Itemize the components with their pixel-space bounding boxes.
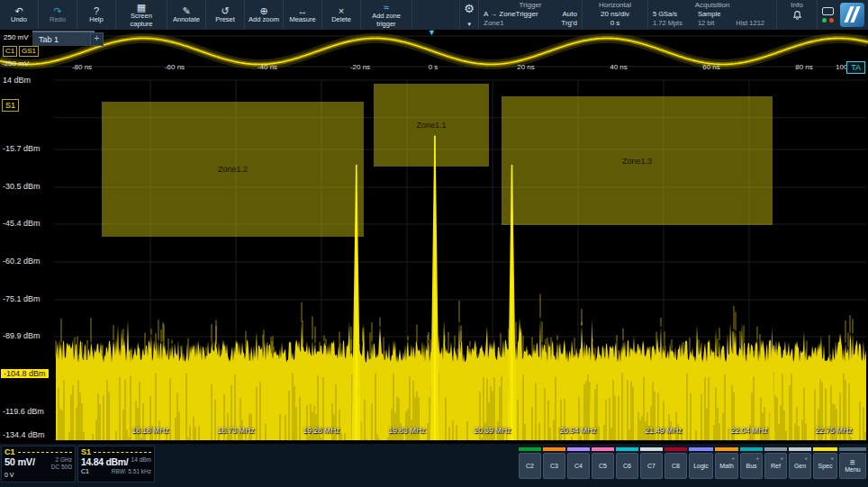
record-length: 1.72 Mpts	[653, 19, 690, 28]
channel-button-logic[interactable]: Logic	[689, 447, 713, 479]
channel-button-c3[interactable]: C3	[543, 447, 565, 479]
channel-color-strip	[839, 447, 866, 451]
c1-scale: 50 mV/	[5, 456, 35, 467]
channel-color-strip	[813, 447, 837, 451]
channel-color-strip	[689, 447, 713, 451]
channel-color-strip	[764, 447, 787, 451]
channel-button-label: C7	[647, 463, 656, 470]
overview-waveform[interactable]: 250 mV -250 mV C1 GS1 ▼ TA -80 ns-60 ns-…	[0, 30, 868, 75]
toolbar-button-label: Delete	[331, 16, 351, 23]
level-axis-label: 14 dBm	[3, 76, 31, 85]
rs-logo	[840, 3, 864, 27]
channel-color-strip	[567, 447, 590, 451]
frequency-axis-label: 18.18 MHz	[123, 426, 177, 435]
frequency-axis-label: 18.73 MHz	[209, 426, 263, 435]
toolbar-button-label: Undo	[11, 16, 27, 23]
trigger-panel[interactable]: Trigger A → ZoneTrigger Auto Zone1 Trg'd	[478, 0, 582, 30]
channel-button-label: Spec	[818, 463, 833, 470]
add-plus-icon: +	[755, 455, 759, 462]
toolbar-button-add-zone-trigger[interactable]: ≈Add zone trigger	[361, 0, 412, 30]
toolbar-button-delete[interactable]: ×Delete	[322, 0, 361, 30]
channel-button-label: Ref	[771, 463, 781, 470]
toolbar-button-add-zoom[interactable]: ⊕Add zoom	[245, 0, 284, 30]
toolbar-button-label: Preset	[215, 16, 235, 23]
toolbar-button-screen-capture[interactable]: ▦Screen capture	[116, 0, 167, 30]
device-status-cluster	[817, 0, 838, 30]
channel-color-strip	[740, 447, 763, 451]
trigger-source: A → ZoneTrigger	[484, 10, 538, 19]
c1-trace-style	[18, 452, 72, 453]
level-axis-label: -30.5 dBm	[3, 182, 41, 191]
channel-button-bus[interactable]: Bus+	[740, 447, 763, 479]
toolbar-button-undo[interactable]: ↶Undo	[0, 0, 39, 30]
level-axis-label: -75.1 dBm	[3, 294, 41, 303]
time-axis-label: -20 ns	[340, 63, 380, 71]
toolbar-button-measure[interactable]: ↔Measure	[284, 0, 322, 30]
time-axis-label: 80 ns	[784, 63, 824, 71]
spectrum-box-s1[interactable]: S1 14.84 dBm/ 14 dBm C1 RBW: 5.51 kHz	[77, 446, 155, 482]
c1-offset: 0 V	[5, 472, 14, 478]
horizontal-panel[interactable]: Horizontal 20 ns/div 0 s	[582, 0, 647, 30]
channel-badge-c1[interactable]: C1	[3, 46, 17, 57]
channel-button-c6[interactable]: C6	[616, 447, 638, 479]
time-axis-label: 40 ns	[599, 63, 638, 71]
channel-color-strip	[665, 447, 687, 451]
chevron-down-icon[interactable]: ▾	[467, 21, 471, 28]
channel-button-menu[interactable]: ≡Menu	[839, 447, 866, 479]
channel-button-label: Gen	[794, 463, 806, 470]
frequency-axis-label: 20.39 MHz	[466, 426, 520, 435]
channel-button-math[interactable]: Math+	[715, 447, 738, 479]
channel-color-strip	[715, 447, 738, 451]
level-axis-label: -60.2 dBm	[3, 257, 41, 266]
add-tab-button[interactable]: +	[90, 32, 104, 46]
sample-rate: 5 GSa/s	[653, 10, 690, 19]
overview-scale-top: 250 mV	[4, 33, 29, 41]
c1-bandwidth: 2 GHz	[56, 456, 72, 463]
acquisition-panel[interactable]: Acquisition 5 GSa/s Sample 1.72 Mpts 12 …	[647, 0, 776, 30]
channel-button-label: C8	[672, 463, 680, 470]
channel-button-c4[interactable]: C4	[567, 447, 590, 479]
trigger-state: Trg'd	[561, 19, 577, 28]
bell-icon[interactable]	[791, 10, 803, 22]
toolbar-button-preset[interactable]: ↺Preset	[206, 0, 245, 30]
trigger-zone: Zone1	[484, 19, 504, 28]
toolbar-button-label: Help	[89, 16, 103, 23]
toolbar-button-group: ↶Undo↷Redo?Help▦Screen capture✎Annotate↺…	[0, 0, 412, 30]
tab-tab1[interactable]: Tab 1	[32, 31, 95, 46]
trigger-ta-badge[interactable]: TA	[846, 61, 865, 74]
zone-label-zone1-2[interactable]: Zone1.2	[218, 165, 248, 174]
menu-icon: ≡	[850, 458, 855, 466]
badge-gs1[interactable]: GS1	[19, 46, 39, 57]
toolbar-button-redo[interactable]: ↷Redo	[39, 0, 77, 30]
info-panel[interactable]: Info	[776, 0, 817, 30]
channel-button-c5[interactable]: C5	[592, 447, 614, 479]
toolbar-button-help[interactable]: ?Help	[77, 0, 116, 30]
oscilloscope-screen: ↶Undo↷Redo?Help▦Screen capture✎Annotate↺…	[0, 0, 868, 487]
toolbar-button-annotate[interactable]: ✎Annotate	[167, 0, 206, 30]
channel-button-c8[interactable]: C8	[665, 447, 687, 479]
overview-scale-bottom: -250 mV	[2, 59, 29, 68]
channel-button-c7[interactable]: C7	[640, 447, 663, 479]
zone-label-zone1-3[interactable]: Zone1.3	[622, 157, 652, 166]
channel-button-row: C2C3C4C5C6C7C8LogicMath+Bus+Ref+Gen+Spec…	[519, 447, 866, 479]
device-status-icon	[822, 7, 834, 15]
s1-top-level: 14 dBm	[131, 456, 151, 463]
acquisition-mode: Sample	[698, 10, 728, 19]
channel-button-ref[interactable]: Ref+	[764, 447, 787, 479]
channel-button-spec[interactable]: Spec+	[813, 447, 837, 479]
channel-color-strip	[789, 447, 811, 451]
gear-icon[interactable]: ⚙	[464, 2, 475, 15]
channel-box-c1[interactable]: C1 50 mV/ 2 GHz DC 50Ω 0 V	[1, 446, 76, 482]
frequency-axis-label: 22.04 MHz	[722, 426, 776, 435]
c1-label: C1	[5, 447, 15, 456]
zone-label-zone1-1[interactable]: Zone1.1	[416, 121, 446, 130]
spectrum-display[interactable]: S1 Zone1.2Zone1.1Zone1.314 dBm-15.7 dBm-…	[0, 75, 868, 444]
channel-color-strip	[519, 447, 541, 451]
trigger-mode: Auto	[563, 10, 577, 19]
channel-button-gen[interactable]: Gen+	[789, 447, 811, 479]
channel-button-label: C2	[526, 463, 534, 470]
channel-button-label: C6	[623, 463, 631, 470]
horizontal-scale: 20 ns/div	[601, 10, 629, 19]
channel-button-c2[interactable]: C2	[519, 447, 541, 479]
spectrum-badge-s1[interactable]: S1	[2, 99, 19, 112]
